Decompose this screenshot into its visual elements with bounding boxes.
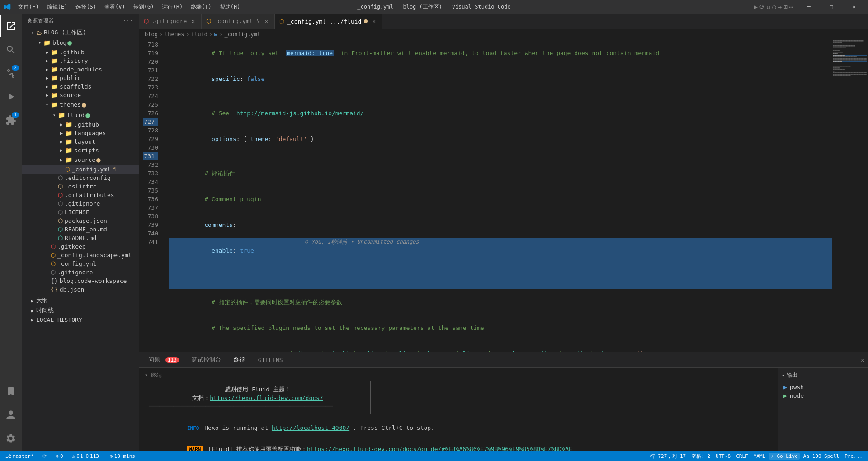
bookmarks-icon[interactable] <box>0 381 22 402</box>
status-branch[interactable]: ⎇ master* <box>4 453 35 459</box>
panel-tab-terminal[interactable]: 终端 <box>228 353 251 367</box>
sidebar-item-readme-en[interactable]: ⬡ README_en.md <box>22 225 139 234</box>
file-label: .gitignore <box>57 269 93 276</box>
sidebar-item-github2[interactable]: ▶ 📁 .github <box>22 120 139 129</box>
panel-close-button[interactable]: ✕ <box>861 357 864 363</box>
root-folder-icon: 🗁 <box>36 29 42 36</box>
search-icon[interactable] <box>0 39 22 61</box>
sidebar-item-readme[interactable]: ⬡ README.md <box>22 234 139 242</box>
code-content[interactable]: # If true, only set mermaid: true in Fro… <box>162 39 832 352</box>
file-tree: ▾ 🗁 BLOG (工作区) ▾ 📁 blog ● ▶ 📁 .github ▶ … <box>22 28 139 324</box>
sidebar-item-gitignore2[interactable]: ⬡ .gitignore <box>22 268 139 277</box>
sidebar-item-scripts[interactable]: ▶ 📁 scripts <box>22 146 139 155</box>
menu-edit[interactable]: 编辑(E) <box>43 1 71 13</box>
menu-file[interactable]: 文件(F) <box>14 1 42 13</box>
sidebar-item-node-modules[interactable]: ▶ 📁 node_modules <box>22 65 139 74</box>
settings-icon[interactable] <box>0 428 22 449</box>
code-line-720 <box>169 92 832 100</box>
maximize-button[interactable]: □ <box>821 0 842 14</box>
timeline-section[interactable]: ▶ 时间线 <box>22 306 139 315</box>
output-item-node[interactable]: ▶ node <box>782 391 864 400</box>
sidebar-item-editorconfig[interactable]: ⬡ .editorconfig <box>22 174 139 182</box>
status-go-live[interactable]: ⚡ Go Live <box>769 453 800 460</box>
sidebar-more-icon[interactable]: ··· <box>123 18 133 24</box>
sidebar-item-source2[interactable]: ▶ 📁 source ● <box>22 155 139 165</box>
sidebar-item-eslintrc[interactable]: ⬡ .eslintrc <box>22 182 139 191</box>
sidebar-item-license[interactable]: ⬡ LICENSE <box>22 208 139 216</box>
menu-terminal[interactable]: 终端(T) <box>187 1 215 13</box>
status-spaces[interactable]: 空格: 2 <box>689 453 712 460</box>
account-icon[interactable] <box>0 404 22 426</box>
status-remote[interactable]: Pre... <box>843 453 864 460</box>
code-line-724: # 评论插件 <box>169 160 832 186</box>
menu-help[interactable]: 帮助(H) <box>216 1 244 13</box>
time-display: 18 mins <box>114 453 135 459</box>
status-spell[interactable]: Aa 100 Spell <box>802 453 841 460</box>
sidebar-item-themes[interactable]: ▾ 📁 themes ● <box>22 99 139 110</box>
terminal-line-2: 文档：https://hexo.fluid-dev.com/docs/ <box>149 394 367 402</box>
sidebar-item-source1[interactable]: ▶ 📁 source <box>22 91 139 99</box>
run-debug-icon[interactable] <box>0 86 22 108</box>
status-encoding[interactable]: UTF-8 <box>714 453 732 460</box>
extensions-icon[interactable]: 1 <box>0 109 22 131</box>
sidebar-item-fluid[interactable]: ▾ 📁 fluid ● <box>22 110 139 120</box>
menu-view[interactable]: 查看(V) <box>101 1 129 13</box>
tree-root[interactable]: ▾ 🗁 BLOG (工作区) <box>22 28 139 38</box>
total-problems: 113 <box>90 453 99 459</box>
panel-tab-problems[interactable]: 问题 113 <box>143 353 184 367</box>
file-label: _config.yml <box>72 166 111 173</box>
breadcrumb-icon[interactable]: ⊞ <box>214 31 217 38</box>
status-warnings[interactable]: ⚠ 0 ℹ 0 113 <box>71 453 101 459</box>
sidebar-item-package-json[interactable]: ⬡ package.json <box>22 216 139 225</box>
local-history-section[interactable]: ▶ LOCAL HISTORY <box>22 315 139 324</box>
sidebar-item-gitattributes[interactable]: ⬡ .gitattributes <box>22 191 139 199</box>
tab-gitignore[interactable]: ⬡ .gitignore ✕ <box>139 14 202 29</box>
explorer-icon[interactable] <box>0 15 22 37</box>
sidebar-item-history[interactable]: ▶ 📁 .history <box>22 56 139 65</box>
sidebar-item-public[interactable]: ▶ 📁 public <box>22 74 139 82</box>
sidebar-item-blog[interactable]: ▾ 📁 blog ● <box>22 38 139 48</box>
minimize-button[interactable]: ─ <box>798 0 819 14</box>
sidebar-item-config-active[interactable]: ⬡ _config.yml M <box>22 165 139 174</box>
tab-config-fluid[interactable]: ⬡ _config.yml .../fluid ✕ <box>275 14 382 29</box>
sidebar-item-layout[interactable]: ▶ 📁 layout <box>22 137 139 146</box>
source-control-icon[interactable]: 2 <box>0 62 22 84</box>
sidebar-item-db-json[interactable]: {} db.json <box>22 285 139 294</box>
tab-close-button[interactable]: ✕ <box>189 18 197 25</box>
sidebar-item-workspace[interactable]: {} blog.code-workspace <box>22 277 139 285</box>
breadcrumb-fluid[interactable]: fluid <box>191 31 208 38</box>
sidebar-item-languages[interactable]: ▶ 📁 languages <box>22 129 139 137</box>
status-language[interactable]: YAML <box>752 453 768 460</box>
warning-count: 0 <box>76 453 80 459</box>
panel-tab-debug[interactable]: 调试控制台 <box>186 353 226 367</box>
status-cursor[interactable]: 行 727，列 17 <box>648 453 688 460</box>
tab-close-button[interactable]: ✕ <box>370 18 377 25</box>
menu-select[interactable]: 选择(S) <box>72 1 100 13</box>
language-label: YAML <box>754 453 766 459</box>
sidebar-item-config2[interactable]: ⬡ _config.yml <box>22 259 139 268</box>
status-errors[interactable]: ⊗ 0 <box>54 453 65 459</box>
close-button[interactable]: ✕ <box>844 0 864 14</box>
tab-close-button[interactable]: ✕ <box>263 18 270 25</box>
remote-label: Pre... <box>844 453 863 459</box>
section-label: LOCAL HISTORY <box>36 316 82 323</box>
sidebar-item-gitignore[interactable]: ⬡ .gitignore <box>22 199 139 208</box>
output-item-pwsh[interactable]: ▶ pwsh <box>782 383 864 391</box>
sidebar-item-config-landscape[interactable]: ⬡ _config.landscape.yml <box>22 251 139 259</box>
sidebar-item-github1[interactable]: ▶ 📁 .github <box>22 48 139 56</box>
outline-section[interactable]: ▶ 大纲 <box>22 296 139 306</box>
breadcrumb-blog[interactable]: blog <box>145 31 158 38</box>
breadcrumb-file[interactable]: _config.yml <box>225 31 260 38</box>
sidebar-item-scaffolds[interactable]: ▶ 📁 scaffolds <box>22 82 139 91</box>
menu-run[interactable]: 运行(R) <box>158 1 186 13</box>
folder-label: .github <box>74 121 99 128</box>
terminal-content[interactable]: ▾ 终端 感谢使用 Fluid 主题！ 文档：https://hexo.flui… <box>139 368 778 451</box>
menu-goto[interactable]: 转到(G) <box>130 1 158 13</box>
breadcrumb-themes[interactable]: themes <box>165 31 184 38</box>
sidebar-item-gitkeep[interactable]: ⬡ .gitkeep <box>22 242 139 251</box>
tab-config1[interactable]: ⬡ _config.yml \ ✕ <box>202 14 275 29</box>
status-line-ending[interactable]: CRLF <box>734 453 750 460</box>
panel-tab-gitlens[interactable]: GITLENS <box>253 354 288 366</box>
line-numbers: 718719720721722 723724725726 727 7287297… <box>139 39 162 352</box>
status-sync[interactable]: ⟳ <box>41 453 48 459</box>
